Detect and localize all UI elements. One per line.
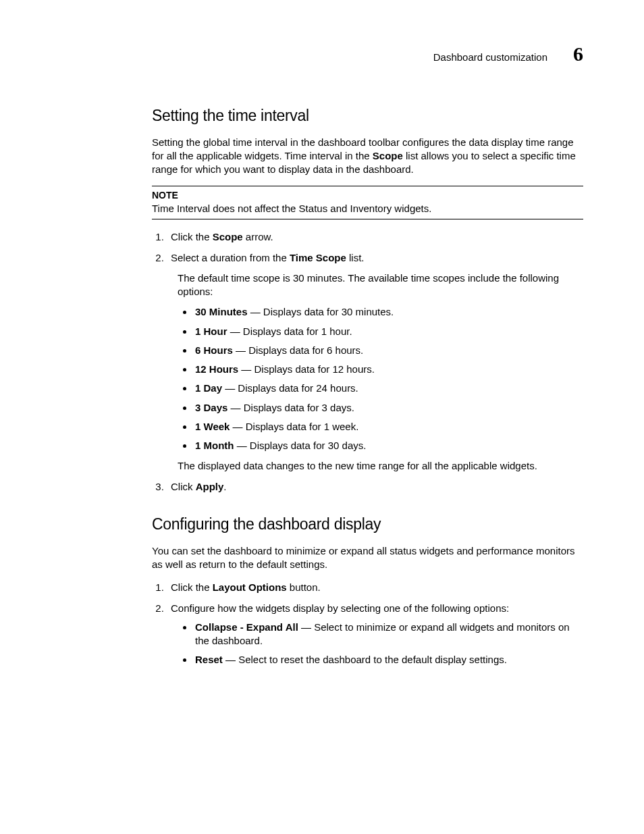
list-item: 3 Days — Displays data for 3 days. (194, 401, 583, 415)
running-title: Dashboard customization (433, 51, 547, 64)
step-text: Select a duration from the (171, 252, 290, 263)
step-text: Configure how the widgets display by sel… (171, 602, 509, 614)
option-rest: — Displays data for 30 minutes. (248, 306, 394, 317)
intro-paragraph-2: You can set the dashboard to minimize or… (152, 544, 583, 572)
heading-configuring-dashboard-display: Configuring the dashboard display (152, 514, 583, 535)
step-text: . (223, 481, 226, 492)
list-item: 1 Month — Displays data for 30 days. (194, 439, 583, 452)
intro-paragraph: Setting the global time interval in the … (152, 136, 583, 177)
list-item: 12 Hours — Displays data for 12 hours. (194, 363, 583, 376)
option-bold: 12 Hours (195, 363, 238, 375)
intro-bold-scope: Scope (373, 150, 403, 161)
step-item: Click the Layout Options button. (167, 581, 583, 594)
step-bold: Apply (196, 481, 224, 492)
option-bold: 3 Days (195, 402, 227, 413)
chapter-number: 6 (573, 41, 583, 68)
option-rest: — Displays data for 1 hour. (227, 325, 352, 337)
step-item: Select a duration from the Time Scope li… (167, 251, 583, 473)
time-scope-options: 30 Minutes — Displays data for 30 minute… (194, 305, 583, 452)
option-rest: — Displays data for 6 hours. (233, 344, 363, 356)
running-header: Dashboard customization 6 (152, 41, 583, 68)
steps-list-time-interval: Click the Scope arrow. Select a duration… (152, 230, 583, 494)
option-bold: 1 Month (195, 440, 234, 451)
note-box: NOTE Time Interval does not affect the S… (152, 186, 583, 219)
step-sub-paragraph: The default time scope is 30 minutes. Th… (178, 271, 583, 299)
option-rest: — Displays data for 3 days. (227, 402, 354, 413)
note-text: Time Interval does not affect the Status… (152, 202, 583, 215)
step-bold: Scope (213, 231, 243, 242)
list-item: 1 Day — Displays data for 24 hours. (194, 382, 583, 395)
note-label: NOTE (152, 189, 583, 202)
step-text: Click the (171, 231, 213, 242)
option-bold: 1 Day (195, 382, 222, 394)
step-item: Configure how the widgets display by sel… (167, 602, 583, 667)
layout-options-list: Collapse - Expand All — Select to minimi… (194, 621, 583, 667)
option-bold: Reset (195, 654, 223, 665)
step-text: button. (287, 581, 321, 593)
list-item: Reset — Select to reset the dashboard to… (194, 653, 583, 667)
option-rest: — Displays data for 1 week. (230, 421, 358, 432)
list-item: 30 Minutes — Displays data for 30 minute… (194, 305, 583, 319)
list-item: Collapse - Expand All — Select to minimi… (194, 621, 583, 648)
option-bold: Collapse - Expand All (195, 621, 298, 633)
option-rest: — Displays data for 24 hours. (222, 382, 358, 394)
step-text: Click the (171, 581, 213, 593)
step-item: Click Apply. (167, 480, 583, 494)
option-bold: 6 Hours (195, 344, 233, 356)
steps-list-dashboard-display: Click the Layout Options button. Configu… (152, 581, 583, 667)
list-item: 6 Hours — Displays data for 6 hours. (194, 344, 583, 357)
option-rest: — Displays data for 30 days. (234, 440, 367, 451)
step-bold: Time Scope (290, 252, 346, 263)
step-text: Click (171, 481, 196, 492)
list-item: 1 Hour — Displays data for 1 hour. (194, 325, 583, 338)
page: Dashboard customization 6 Setting the ti… (0, 0, 644, 834)
heading-setting-time-interval: Setting the time interval (152, 105, 583, 126)
step-text: list. (346, 252, 365, 263)
option-bold: 1 Hour (195, 325, 227, 337)
step-item: Click the Scope arrow. (167, 230, 583, 244)
step-text: arrow. (243, 231, 273, 242)
step-bold: Layout Options (213, 581, 287, 593)
option-rest: — Displays data for 12 hours. (238, 363, 375, 375)
list-item: 1 Week — Displays data for 1 week. (194, 420, 583, 434)
option-bold: 30 Minutes (195, 306, 248, 317)
step-post-paragraph: The displayed data changes to the new ti… (178, 459, 583, 473)
option-rest: — Select to reset the dashboard to the d… (223, 654, 507, 665)
option-bold: 1 Week (195, 421, 230, 432)
